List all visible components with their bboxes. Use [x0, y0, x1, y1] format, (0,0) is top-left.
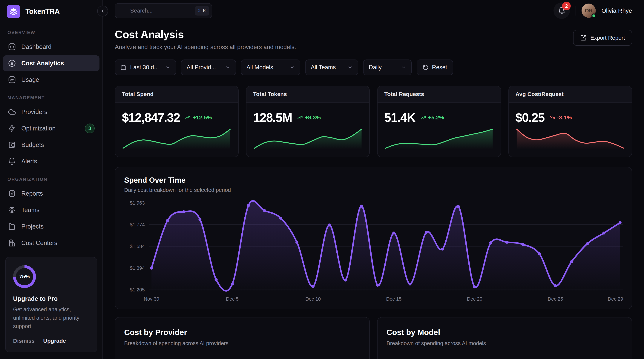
stat-cards: Total Spend $12,847.32 +12.5% — [115, 86, 632, 157]
sidebar-item-usage[interactable]: Usage — [3, 72, 100, 88]
dismiss-button[interactable]: Dismiss — [13, 338, 34, 344]
main-area: ⌘K 2 OR Olivia Rhye Co — [103, 0, 644, 359]
chevron-down-icon — [348, 65, 353, 70]
stat-change-value: -3.1% — [557, 114, 572, 121]
sidebar-item-budgets[interactable]: Budgets — [3, 137, 100, 153]
sidebar-item-reports[interactable]: Reports — [3, 186, 100, 201]
sidebar-item-alerts[interactable]: Alerts — [3, 154, 100, 169]
export-report-label: Export Report — [590, 35, 625, 41]
filter-bar: Last 30 d... All Provid... All Models Al… — [115, 60, 632, 75]
sidebar-item-label: Teams — [21, 206, 40, 214]
trending-up-icon — [420, 115, 426, 121]
stat-title: Total Requests — [378, 86, 500, 103]
building-icon — [8, 239, 16, 247]
stat-change-value: +8.3% — [305, 114, 321, 121]
sidebar-item-label: Cost Centers — [21, 239, 58, 246]
user-name: Olivia Rhye — [601, 7, 632, 14]
avatar[interactable]: OR — [582, 4, 596, 18]
folder-icon — [8, 222, 16, 231]
x-axis-labels: Nov 30Dec 5Dec 10Dec 15Dec 20Dec 25Dec 2… — [149, 292, 623, 303]
sidebar-collapse-button[interactable] — [97, 6, 108, 17]
upgrade-card: 75% Upgrade to Pro Get advanced analytic… — [5, 257, 97, 352]
provider-filter[interactable]: All Provid... — [181, 60, 236, 75]
stat-card-total-spend: Total Spend $12,847.32 +12.5% — [115, 86, 238, 157]
x-tick-label: Dec 20 — [467, 296, 482, 302]
topbar-divider — [576, 6, 576, 16]
bell-icon — [8, 157, 16, 165]
breakdown-subtitle: Breakdown of spending across AI provider… — [124, 340, 360, 346]
sidebar-item-label: Optimization — [21, 125, 56, 132]
layers-icon — [7, 5, 20, 18]
breakdown-title: Cost by Provider — [124, 328, 360, 337]
sidebar-item-cost-centers[interactable]: Cost Centers — [3, 235, 100, 251]
chart-title: Spend Over Time — [124, 176, 623, 184]
stat-value: 128.5M — [253, 110, 292, 125]
chart-subtitle: Daily cost breakdown for the selected pe… — [124, 187, 623, 193]
y-tick-label: $1,774 — [130, 222, 145, 228]
y-tick-label: $1,963 — [130, 200, 145, 206]
upgrade-title: Upgrade to Pro — [13, 295, 90, 302]
chevron-down-icon — [165, 65, 170, 70]
trending-down-icon — [550, 115, 555, 121]
search-box[interactable]: ⌘K — [115, 3, 212, 18]
calendar-icon — [120, 64, 126, 70]
date-range-filter[interactable]: Last 30 d... — [115, 60, 176, 75]
sidebar-item-teams[interactable]: Teams — [3, 202, 100, 218]
cost-by-provider-card: Cost by Provider Breakdown of spending a… — [115, 317, 370, 359]
model-filter-value: All Models — [246, 64, 273, 71]
zap-icon — [8, 124, 16, 133]
users-icon — [8, 206, 16, 214]
provider-filter-value: All Provid... — [186, 64, 216, 71]
x-tick-label: Dec 29 — [608, 296, 623, 302]
trending-up-icon — [185, 115, 191, 121]
stat-title: Total Tokens — [246, 86, 370, 103]
sidebar-item-dashboard[interactable]: Dashboard — [3, 39, 100, 55]
x-tick-label: Nov 30 — [144, 296, 159, 302]
stat-title: Total Spend — [115, 86, 238, 103]
stat-sparkline — [253, 128, 363, 149]
sidebar-item-providers[interactable]: Providers — [3, 104, 100, 120]
sidebar-item-label: Providers — [21, 108, 47, 116]
dollar-circle-icon — [8, 59, 16, 67]
chevron-down-icon — [225, 65, 230, 70]
y-tick-label: $1,205 — [130, 287, 145, 293]
sidebar-item-label: Budgets — [21, 141, 44, 148]
breakdown-subtitle: Breakdown of spending across AI models — [386, 340, 623, 346]
page-title: Cost Analysis — [115, 28, 296, 41]
sidebar: TokenTRA OVERVIEW Dashboard Cost Analyt — [0, 0, 103, 359]
export-report-button[interactable]: Export Report — [573, 30, 632, 46]
notifications-count-badge: 2 — [562, 2, 571, 10]
sidebar-item-cost-analytics[interactable]: Cost Analytics — [3, 55, 100, 71]
granularity-filter[interactable]: Daily — [363, 60, 412, 75]
stat-value: $0.25 — [516, 110, 544, 125]
upgrade-description: Get advanced analytics, unlimited alerts… — [13, 305, 90, 330]
search-input[interactable] — [130, 8, 195, 14]
breakdown-title: Cost by Model — [386, 328, 623, 337]
sidebar-item-label: Dashboard — [21, 43, 52, 50]
reset-filters-label: Reset — [432, 64, 447, 71]
team-filter[interactable]: All Teams — [305, 60, 358, 75]
sidebar-item-projects[interactable]: Projects — [3, 219, 100, 234]
upgrade-button[interactable]: Upgrade — [43, 338, 66, 344]
wallet-icon — [8, 141, 16, 149]
sidebar-item-label: Usage — [21, 76, 39, 83]
reset-filters-button[interactable]: Reset — [416, 60, 453, 75]
trending-up-icon — [297, 115, 303, 121]
sidebar-nav: OVERVIEW Dashboard Cost Analytics — [0, 23, 102, 257]
model-filter[interactable]: All Models — [241, 60, 300, 75]
chevron-down-icon — [290, 65, 295, 70]
chevron-down-icon — [401, 65, 406, 70]
page-subtitle: Analyze and track your AI spending acros… — [115, 44, 296, 51]
nav-section-overview: OVERVIEW — [8, 30, 95, 35]
stat-title: Avg Cost/Request — [509, 86, 632, 103]
stat-sparkline — [122, 128, 232, 149]
granularity-filter-value: Daily — [369, 64, 382, 71]
team-filter-value: All Teams — [311, 64, 336, 71]
external-link-icon — [580, 35, 586, 41]
upgrade-progress-ring: 75% — [13, 265, 36, 288]
sidebar-item-optimization[interactable]: Optimization 3 — [3, 121, 100, 136]
optimization-count-badge: 3 — [85, 124, 94, 133]
search-shortcut-badge: ⌘K — [195, 6, 209, 16]
brand: TokenTRA — [0, 0, 102, 23]
notifications-button[interactable]: 2 — [554, 3, 570, 19]
